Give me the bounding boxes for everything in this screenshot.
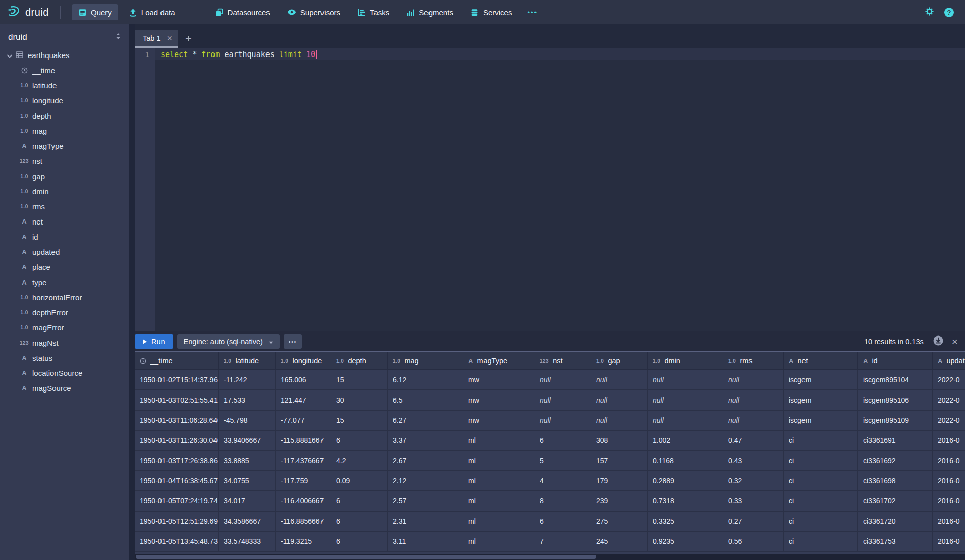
cell-nst[interactable]: 4	[534, 471, 591, 491]
cell-mag[interactable]: 2.12	[388, 471, 463, 491]
cell-nst[interactable]: 7	[534, 532, 591, 552]
cell-id[interactable]: ci3361720	[858, 512, 933, 532]
cell-latitude[interactable]: 33.9406667	[219, 431, 276, 451]
tree-item-earthquakes[interactable]: earthquakes	[0, 47, 129, 63]
tree-column-gap[interactable]: 1.0gap	[0, 169, 129, 184]
cell-net[interactable]: ci	[784, 532, 858, 552]
cell-latitude[interactable]: -11.242	[219, 370, 276, 390]
cell-rms[interactable]: 0.33	[723, 491, 784, 512]
cell-magType[interactable]: mw	[463, 390, 534, 411]
cell-net[interactable]: ci	[784, 451, 858, 471]
cell-__time[interactable]: 1950-01-03T02:51:55.410Z	[135, 390, 219, 411]
cell-gap[interactable]: 157	[591, 451, 648, 471]
tree-column-magType[interactable]: AmagType	[0, 138, 129, 153]
cell-__time[interactable]: 1950-01-03T17:26:38.860Z	[135, 451, 219, 471]
cell-magType[interactable]: ml	[463, 471, 534, 491]
tree-column-magSource[interactable]: AmagSource	[0, 380, 129, 396]
cell-depth[interactable]: 6	[331, 532, 388, 552]
column-header-gap[interactable]: 1.0gap	[591, 352, 648, 370]
cell-longitude[interactable]: -116.8856667	[276, 512, 331, 532]
tree-column-updated[interactable]: Aupdated	[0, 244, 129, 259]
cell-mag[interactable]: 6.12	[388, 370, 463, 390]
cell-nst[interactable]: 6	[534, 431, 591, 451]
nav-item-tasks[interactable]: Tasks	[351, 4, 396, 20]
brand[interactable]: druid	[7, 5, 49, 20]
column-header-latitude[interactable]: 1.0latitude	[219, 352, 276, 370]
cell-dmin[interactable]: 0.9235	[648, 532, 723, 552]
cell-net[interactable]: iscgem	[784, 390, 858, 411]
tree-column-dmin[interactable]: 1.0dmin	[0, 184, 129, 199]
cell-__time[interactable]: 1950-01-05T13:45:48.730Z	[135, 532, 219, 552]
cell-longitude[interactable]: 121.447	[276, 390, 331, 411]
cell-gap[interactable]: 275	[591, 512, 648, 532]
cell-gap[interactable]: null	[591, 390, 648, 411]
cell-rms[interactable]: 0.47	[723, 431, 784, 451]
tree-column-id[interactable]: Aid	[0, 229, 129, 244]
nav-item-segments[interactable]: Segments	[400, 4, 460, 20]
cell-dmin[interactable]: 0.7318	[648, 491, 723, 512]
cell-updated[interactable]: 2022-0	[933, 390, 965, 411]
tree-column-place[interactable]: Aplace	[0, 259, 129, 274]
cell-id[interactable]: ci3361698	[858, 471, 933, 491]
cell-longitude[interactable]: -119.3215	[276, 532, 331, 552]
tab-close-icon[interactable]: ×	[167, 34, 172, 43]
cell-dmin[interactable]: 0.2889	[648, 471, 723, 491]
editor-code-area[interactable]: select * from earthquakes limit 10	[155, 48, 965, 331]
cell-latitude[interactable]: 33.5748333	[219, 532, 276, 552]
tree-column-net[interactable]: Anet	[0, 214, 129, 229]
cell-gap[interactable]: 239	[591, 491, 648, 512]
cell-magType[interactable]: ml	[463, 431, 534, 451]
column-header-nst[interactable]: 123nst	[534, 352, 591, 370]
cell-mag[interactable]: 2.67	[388, 451, 463, 471]
cell-mag[interactable]: 2.57	[388, 491, 463, 512]
cell-updated[interactable]: 2016-0	[933, 532, 965, 552]
cell-depth[interactable]: 30	[331, 390, 388, 411]
column-header-dmin[interactable]: 1.0dmin	[648, 352, 723, 370]
cell-nst[interactable]: null	[534, 390, 591, 411]
cell-dmin[interactable]: 1.002	[648, 431, 723, 451]
cell-dmin[interactable]: 0.3325	[648, 512, 723, 532]
column-header-rms[interactable]: 1.0rms	[723, 352, 784, 370]
tree-column-locationSource[interactable]: AlocationSource	[0, 365, 129, 380]
cell-latitude[interactable]: 17.533	[219, 390, 276, 411]
cell-rms[interactable]: null	[723, 411, 784, 431]
cell-longitude[interactable]: -77.077	[276, 411, 331, 431]
engine-select[interactable]: Engine: auto (sql-native)	[177, 334, 280, 349]
cell-gap[interactable]: null	[591, 411, 648, 431]
tree-column-magNst[interactable]: 123magNst	[0, 335, 129, 350]
settings-button[interactable]	[925, 7, 934, 18]
sidebar-header[interactable]: druid	[0, 24, 129, 47]
sidebar-resizer[interactable]	[129, 24, 135, 560]
nav-item-query[interactable]: Query	[72, 4, 118, 20]
cell-longitude[interactable]: -115.8881667	[276, 431, 331, 451]
cell-id[interactable]: iscgem895104	[858, 370, 933, 390]
close-results-button[interactable]: ×	[952, 336, 958, 347]
cell-updated[interactable]: 2022-0	[933, 370, 965, 390]
cell-__time[interactable]: 1950-01-05T12:51:29.690Z	[135, 512, 219, 532]
cell-rms[interactable]: 0.32	[723, 471, 784, 491]
cell-mag[interactable]: 3.11	[388, 532, 463, 552]
tree-column-longitude[interactable]: 1.0longitude	[0, 93, 129, 108]
cell-depth[interactable]: 0.09	[331, 471, 388, 491]
cell-id[interactable]: iscgem895109	[858, 411, 933, 431]
cell-net[interactable]: ci	[784, 471, 858, 491]
cell-magType[interactable]: mw	[463, 370, 534, 390]
cell-updated[interactable]: 2016-0	[933, 451, 965, 471]
cell-dmin[interactable]: null	[648, 370, 723, 390]
cell-nst[interactable]: 5	[534, 451, 591, 471]
cell-id[interactable]: ci3361691	[858, 431, 933, 451]
cell-updated[interactable]: 2016-0	[933, 431, 965, 451]
cell-depth[interactable]: 6	[331, 491, 388, 512]
cell-depth[interactable]: 4.2	[331, 451, 388, 471]
nav-more-button[interactable]: •••	[522, 4, 543, 20]
sql-editor[interactable]: 1 select * from earthquakes limit 10	[135, 48, 965, 331]
nav-item-load-data[interactable]: Load data	[122, 4, 182, 20]
cell-mag[interactable]: 2.31	[388, 512, 463, 532]
cell-gap[interactable]: 308	[591, 431, 648, 451]
cell-net[interactable]: ci	[784, 491, 858, 512]
tree-column-status[interactable]: Astatus	[0, 350, 129, 365]
cell-latitude[interactable]: 34.017	[219, 491, 276, 512]
tree-column-type[interactable]: Atype	[0, 274, 129, 290]
cell-dmin[interactable]: null	[648, 390, 723, 411]
tree-column-latitude[interactable]: 1.0latitude	[0, 78, 129, 93]
